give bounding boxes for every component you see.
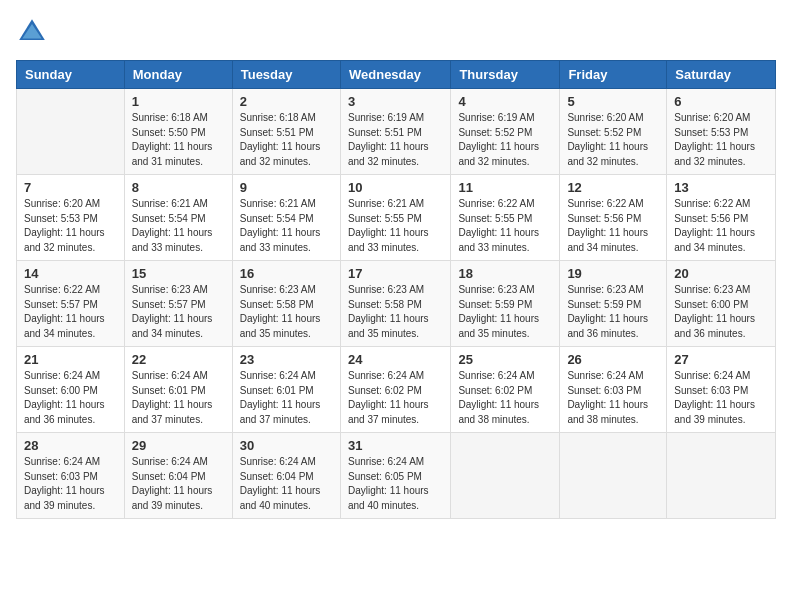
day-info: Sunrise: 6:20 AMSunset: 5:52 PMDaylight:… (567, 111, 659, 169)
day-number: 20 (674, 266, 768, 281)
day-info: Sunrise: 6:22 AMSunset: 5:56 PMDaylight:… (567, 197, 659, 255)
column-header-saturday: Saturday (667, 61, 776, 89)
day-number: 31 (348, 438, 443, 453)
calendar-cell: 25Sunrise: 6:24 AMSunset: 6:02 PMDayligh… (451, 347, 560, 433)
day-number: 19 (567, 266, 659, 281)
day-number: 8 (132, 180, 225, 195)
day-number: 13 (674, 180, 768, 195)
calendar-cell: 24Sunrise: 6:24 AMSunset: 6:02 PMDayligh… (340, 347, 450, 433)
day-info: Sunrise: 6:20 AMSunset: 5:53 PMDaylight:… (24, 197, 117, 255)
day-number: 9 (240, 180, 333, 195)
calendar-cell (17, 89, 125, 175)
day-number: 16 (240, 266, 333, 281)
day-number: 6 (674, 94, 768, 109)
page-header (16, 16, 776, 48)
calendar-cell: 20Sunrise: 6:23 AMSunset: 6:00 PMDayligh… (667, 261, 776, 347)
day-number: 29 (132, 438, 225, 453)
calendar-cell: 26Sunrise: 6:24 AMSunset: 6:03 PMDayligh… (560, 347, 667, 433)
day-number: 11 (458, 180, 552, 195)
calendar-cell: 22Sunrise: 6:24 AMSunset: 6:01 PMDayligh… (124, 347, 232, 433)
day-number: 1 (132, 94, 225, 109)
day-number: 17 (348, 266, 443, 281)
calendar-cell: 13Sunrise: 6:22 AMSunset: 5:56 PMDayligh… (667, 175, 776, 261)
day-info: Sunrise: 6:21 AMSunset: 5:55 PMDaylight:… (348, 197, 443, 255)
column-header-thursday: Thursday (451, 61, 560, 89)
column-header-monday: Monday (124, 61, 232, 89)
column-header-wednesday: Wednesday (340, 61, 450, 89)
calendar-cell: 6Sunrise: 6:20 AMSunset: 5:53 PMDaylight… (667, 89, 776, 175)
day-number: 24 (348, 352, 443, 367)
day-number: 25 (458, 352, 552, 367)
day-info: Sunrise: 6:24 AMSunset: 6:01 PMDaylight:… (240, 369, 333, 427)
calendar-cell: 9Sunrise: 6:21 AMSunset: 5:54 PMDaylight… (232, 175, 340, 261)
column-header-sunday: Sunday (17, 61, 125, 89)
day-info: Sunrise: 6:23 AMSunset: 5:58 PMDaylight:… (348, 283, 443, 341)
calendar-cell: 16Sunrise: 6:23 AMSunset: 5:58 PMDayligh… (232, 261, 340, 347)
calendar-week-row: 1Sunrise: 6:18 AMSunset: 5:50 PMDaylight… (17, 89, 776, 175)
logo (16, 16, 52, 48)
calendar-week-row: 21Sunrise: 6:24 AMSunset: 6:00 PMDayligh… (17, 347, 776, 433)
calendar-cell: 31Sunrise: 6:24 AMSunset: 6:05 PMDayligh… (340, 433, 450, 519)
day-number: 30 (240, 438, 333, 453)
day-info: Sunrise: 6:24 AMSunset: 6:04 PMDaylight:… (132, 455, 225, 513)
day-info: Sunrise: 6:24 AMSunset: 6:00 PMDaylight:… (24, 369, 117, 427)
calendar-cell: 7Sunrise: 6:20 AMSunset: 5:53 PMDaylight… (17, 175, 125, 261)
day-info: Sunrise: 6:23 AMSunset: 5:59 PMDaylight:… (567, 283, 659, 341)
calendar-week-row: 7Sunrise: 6:20 AMSunset: 5:53 PMDaylight… (17, 175, 776, 261)
calendar-header-row: SundayMondayTuesdayWednesdayThursdayFrid… (17, 61, 776, 89)
day-number: 14 (24, 266, 117, 281)
calendar-cell: 30Sunrise: 6:24 AMSunset: 6:04 PMDayligh… (232, 433, 340, 519)
calendar-cell: 15Sunrise: 6:23 AMSunset: 5:57 PMDayligh… (124, 261, 232, 347)
day-info: Sunrise: 6:24 AMSunset: 6:02 PMDaylight:… (348, 369, 443, 427)
day-number: 22 (132, 352, 225, 367)
column-header-tuesday: Tuesday (232, 61, 340, 89)
day-info: Sunrise: 6:22 AMSunset: 5:57 PMDaylight:… (24, 283, 117, 341)
day-info: Sunrise: 6:19 AMSunset: 5:51 PMDaylight:… (348, 111, 443, 169)
calendar-cell: 19Sunrise: 6:23 AMSunset: 5:59 PMDayligh… (560, 261, 667, 347)
day-number: 4 (458, 94, 552, 109)
day-number: 27 (674, 352, 768, 367)
calendar-week-row: 14Sunrise: 6:22 AMSunset: 5:57 PMDayligh… (17, 261, 776, 347)
day-number: 7 (24, 180, 117, 195)
calendar-cell: 8Sunrise: 6:21 AMSunset: 5:54 PMDaylight… (124, 175, 232, 261)
calendar-cell: 21Sunrise: 6:24 AMSunset: 6:00 PMDayligh… (17, 347, 125, 433)
calendar-cell: 18Sunrise: 6:23 AMSunset: 5:59 PMDayligh… (451, 261, 560, 347)
day-info: Sunrise: 6:21 AMSunset: 5:54 PMDaylight:… (240, 197, 333, 255)
calendar-cell: 5Sunrise: 6:20 AMSunset: 5:52 PMDaylight… (560, 89, 667, 175)
calendar-cell: 4Sunrise: 6:19 AMSunset: 5:52 PMDaylight… (451, 89, 560, 175)
day-info: Sunrise: 6:22 AMSunset: 5:55 PMDaylight:… (458, 197, 552, 255)
day-info: Sunrise: 6:18 AMSunset: 5:51 PMDaylight:… (240, 111, 333, 169)
calendar-cell: 23Sunrise: 6:24 AMSunset: 6:01 PMDayligh… (232, 347, 340, 433)
calendar-cell: 3Sunrise: 6:19 AMSunset: 5:51 PMDaylight… (340, 89, 450, 175)
day-info: Sunrise: 6:24 AMSunset: 6:05 PMDaylight:… (348, 455, 443, 513)
day-info: Sunrise: 6:21 AMSunset: 5:54 PMDaylight:… (132, 197, 225, 255)
day-number: 10 (348, 180, 443, 195)
column-header-friday: Friday (560, 61, 667, 89)
day-number: 2 (240, 94, 333, 109)
calendar-cell: 1Sunrise: 6:18 AMSunset: 5:50 PMDaylight… (124, 89, 232, 175)
day-info: Sunrise: 6:23 AMSunset: 6:00 PMDaylight:… (674, 283, 768, 341)
day-info: Sunrise: 6:22 AMSunset: 5:56 PMDaylight:… (674, 197, 768, 255)
day-info: Sunrise: 6:24 AMSunset: 6:04 PMDaylight:… (240, 455, 333, 513)
day-number: 3 (348, 94, 443, 109)
day-info: Sunrise: 6:19 AMSunset: 5:52 PMDaylight:… (458, 111, 552, 169)
day-number: 21 (24, 352, 117, 367)
day-number: 28 (24, 438, 117, 453)
day-number: 23 (240, 352, 333, 367)
logo-icon (16, 16, 48, 48)
day-info: Sunrise: 6:24 AMSunset: 6:01 PMDaylight:… (132, 369, 225, 427)
calendar-cell: 28Sunrise: 6:24 AMSunset: 6:03 PMDayligh… (17, 433, 125, 519)
day-number: 15 (132, 266, 225, 281)
calendar-cell: 2Sunrise: 6:18 AMSunset: 5:51 PMDaylight… (232, 89, 340, 175)
day-info: Sunrise: 6:20 AMSunset: 5:53 PMDaylight:… (674, 111, 768, 169)
calendar-cell (560, 433, 667, 519)
day-number: 5 (567, 94, 659, 109)
calendar-cell: 12Sunrise: 6:22 AMSunset: 5:56 PMDayligh… (560, 175, 667, 261)
calendar-week-row: 28Sunrise: 6:24 AMSunset: 6:03 PMDayligh… (17, 433, 776, 519)
calendar-table: SundayMondayTuesdayWednesdayThursdayFrid… (16, 60, 776, 519)
day-info: Sunrise: 6:18 AMSunset: 5:50 PMDaylight:… (132, 111, 225, 169)
day-info: Sunrise: 6:23 AMSunset: 5:57 PMDaylight:… (132, 283, 225, 341)
day-info: Sunrise: 6:23 AMSunset: 5:58 PMDaylight:… (240, 283, 333, 341)
day-number: 12 (567, 180, 659, 195)
day-info: Sunrise: 6:24 AMSunset: 6:03 PMDaylight:… (24, 455, 117, 513)
